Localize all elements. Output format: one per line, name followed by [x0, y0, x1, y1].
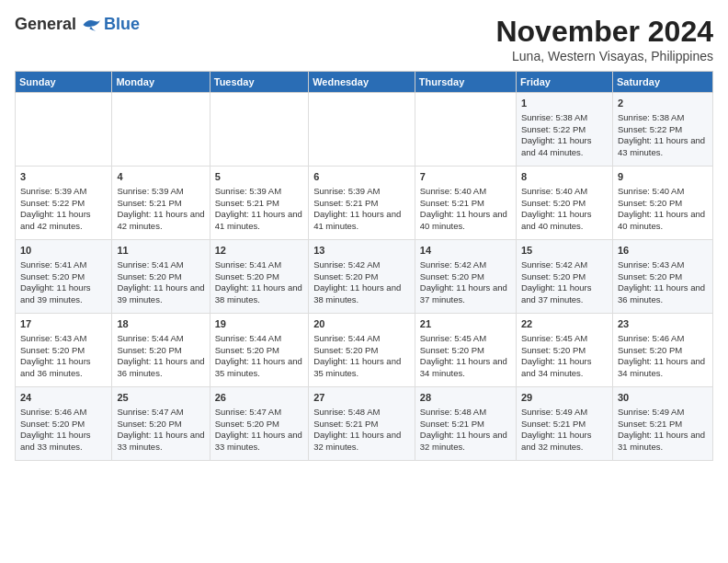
day-info: Daylight: 11 hours and 32 minutes.: [420, 430, 511, 454]
day-info: Daylight: 11 hours and 34 minutes.: [618, 356, 708, 380]
day-cell: [415, 93, 516, 167]
day-info: Sunrise: 5:42 AM: [420, 259, 511, 271]
day-info: Sunset: 5:20 PM: [618, 345, 708, 357]
day-number: 26: [215, 391, 303, 405]
day-info: Sunset: 5:20 PM: [420, 271, 511, 283]
week-row-4: 17Sunrise: 5:43 AMSunset: 5:20 PMDayligh…: [16, 314, 713, 387]
day-cell: 12Sunrise: 5:41 AMSunset: 5:20 PMDayligh…: [210, 240, 308, 314]
day-info: Daylight: 11 hours and 40 minutes.: [618, 209, 708, 233]
day-number: 24: [20, 391, 107, 405]
location-subtitle: Luna, Western Visayas, Philippines: [495, 49, 713, 63]
day-info: Daylight: 11 hours and 32 minutes.: [521, 430, 608, 454]
day-info: Daylight: 11 hours and 34 minutes.: [420, 356, 511, 380]
day-info: Sunrise: 5:41 AM: [20, 259, 107, 271]
day-number: 9: [618, 170, 708, 184]
header-friday: Friday: [516, 72, 612, 93]
day-number: 14: [420, 244, 511, 258]
day-cell: 28Sunrise: 5:48 AMSunset: 5:21 PMDayligh…: [415, 387, 516, 461]
logo-blue-text: Blue: [104, 15, 140, 34]
day-info: Sunrise: 5:41 AM: [117, 259, 204, 271]
day-info: Sunset: 5:20 PM: [618, 198, 708, 210]
day-cell: 29Sunrise: 5:49 AMSunset: 5:21 PMDayligh…: [516, 387, 612, 461]
day-number: 23: [618, 317, 708, 331]
day-cell: 30Sunrise: 5:49 AMSunset: 5:21 PMDayligh…: [612, 387, 712, 461]
day-info: Sunrise: 5:40 AM: [618, 186, 708, 198]
day-number: 30: [618, 391, 708, 405]
day-cell: 15Sunrise: 5:42 AMSunset: 5:20 PMDayligh…: [516, 240, 612, 314]
day-info: Sunrise: 5:40 AM: [521, 186, 608, 198]
day-number: 10: [20, 244, 107, 258]
day-cell: 9Sunrise: 5:40 AMSunset: 5:20 PMDaylight…: [612, 167, 712, 240]
day-cell: 21Sunrise: 5:45 AMSunset: 5:20 PMDayligh…: [415, 314, 516, 387]
day-info: Sunrise: 5:44 AM: [215, 333, 303, 345]
day-info: Sunset: 5:20 PM: [313, 345, 410, 357]
day-info: Sunset: 5:20 PM: [215, 419, 303, 431]
day-info: Sunset: 5:20 PM: [420, 345, 511, 357]
day-info: Sunset: 5:21 PM: [521, 419, 608, 431]
day-number: 28: [420, 391, 511, 405]
day-cell: [210, 93, 308, 167]
day-number: 5: [215, 170, 303, 184]
day-info: Sunrise: 5:44 AM: [313, 333, 410, 345]
day-info: Sunset: 5:20 PM: [20, 271, 107, 283]
day-info: Daylight: 11 hours and 35 minutes.: [313, 356, 410, 380]
day-info: Sunset: 5:20 PM: [20, 345, 107, 357]
day-info: Sunrise: 5:43 AM: [20, 333, 107, 345]
day-info: Sunset: 5:21 PM: [117, 198, 204, 210]
day-info: Sunrise: 5:43 AM: [618, 259, 708, 271]
day-info: Daylight: 11 hours and 37 minutes.: [420, 282, 511, 306]
day-number: 6: [313, 170, 410, 184]
day-info: Sunset: 5:20 PM: [20, 419, 107, 431]
day-info: Sunset: 5:22 PM: [20, 198, 107, 210]
day-cell: 1Sunrise: 5:38 AMSunset: 5:22 PMDaylight…: [516, 93, 612, 167]
day-info: Daylight: 11 hours and 32 minutes.: [313, 430, 410, 454]
day-info: Sunrise: 5:44 AM: [117, 333, 204, 345]
week-row-3: 10Sunrise: 5:41 AMSunset: 5:20 PMDayligh…: [16, 240, 713, 314]
day-info: Sunrise: 5:39 AM: [215, 186, 303, 198]
week-row-5: 24Sunrise: 5:46 AMSunset: 5:20 PMDayligh…: [16, 387, 713, 461]
day-info: Daylight: 11 hours and 33 minutes.: [117, 430, 204, 454]
day-cell: 27Sunrise: 5:48 AMSunset: 5:21 PMDayligh…: [309, 387, 415, 461]
day-info: Daylight: 11 hours and 39 minutes.: [20, 282, 107, 306]
day-info: Sunset: 5:21 PM: [420, 419, 511, 431]
day-cell: 18Sunrise: 5:44 AMSunset: 5:20 PMDayligh…: [112, 314, 210, 387]
day-cell: 5Sunrise: 5:39 AMSunset: 5:21 PMDaylight…: [210, 167, 308, 240]
day-info: Daylight: 11 hours and 34 minutes.: [521, 356, 608, 380]
day-cell: 17Sunrise: 5:43 AMSunset: 5:20 PMDayligh…: [16, 314, 112, 387]
day-info: Daylight: 11 hours and 42 minutes.: [20, 209, 107, 233]
day-cell: 6Sunrise: 5:39 AMSunset: 5:21 PMDaylight…: [309, 167, 415, 240]
day-info: Daylight: 11 hours and 40 minutes.: [420, 209, 511, 233]
header-tuesday: Tuesday: [210, 72, 308, 93]
day-info: Sunrise: 5:45 AM: [521, 333, 608, 345]
header-wednesday: Wednesday: [309, 72, 415, 93]
day-info: Sunset: 5:21 PM: [313, 419, 410, 431]
day-number: 29: [521, 391, 608, 405]
day-cell: 8Sunrise: 5:40 AMSunset: 5:20 PMDaylight…: [516, 167, 612, 240]
day-number: 13: [313, 244, 410, 258]
day-cell: 13Sunrise: 5:42 AMSunset: 5:20 PMDayligh…: [309, 240, 415, 314]
day-cell: 4Sunrise: 5:39 AMSunset: 5:21 PMDaylight…: [112, 167, 210, 240]
day-info: Sunset: 5:21 PM: [420, 198, 511, 210]
day-cell: 14Sunrise: 5:42 AMSunset: 5:20 PMDayligh…: [415, 240, 516, 314]
day-info: Sunrise: 5:49 AM: [618, 407, 708, 419]
day-info: Daylight: 11 hours and 41 minutes.: [313, 209, 410, 233]
title-block: November 2024 Luna, Western Visayas, Phi…: [495, 15, 713, 63]
day-cell: [16, 93, 112, 167]
day-number: 3: [20, 170, 107, 184]
week-row-1: 1Sunrise: 5:38 AMSunset: 5:22 PMDaylight…: [16, 93, 713, 167]
week-row-2: 3Sunrise: 5:39 AMSunset: 5:22 PMDaylight…: [16, 167, 713, 240]
day-number: 22: [521, 317, 608, 331]
day-cell: 24Sunrise: 5:46 AMSunset: 5:20 PMDayligh…: [16, 387, 112, 461]
day-info: Daylight: 11 hours and 43 minutes.: [618, 135, 708, 159]
header-thursday: Thursday: [415, 72, 516, 93]
day-info: Sunrise: 5:46 AM: [20, 407, 107, 419]
day-info: Sunrise: 5:48 AM: [420, 407, 511, 419]
day-info: Sunset: 5:21 PM: [215, 198, 303, 210]
day-info: Sunrise: 5:38 AM: [521, 112, 608, 124]
logo: General Blue: [15, 15, 140, 34]
day-info: Sunrise: 5:39 AM: [313, 186, 410, 198]
day-number: 11: [117, 244, 204, 258]
day-info: Daylight: 11 hours and 38 minutes.: [313, 282, 410, 306]
day-info: Sunrise: 5:38 AM: [618, 112, 708, 124]
day-info: Sunrise: 5:45 AM: [420, 333, 511, 345]
